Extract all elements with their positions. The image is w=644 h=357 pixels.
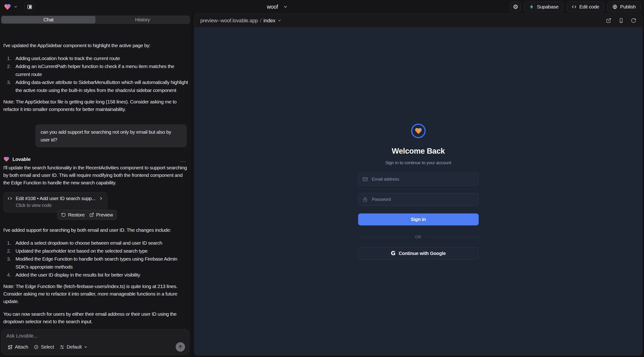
password-field[interactable] [358, 193, 479, 206]
edit-code-button[interactable]: Edit code [566, 2, 604, 12]
code-icon [572, 4, 577, 10]
lovable-heart-icon [3, 156, 10, 162]
attach-label: Attach [15, 344, 28, 350]
google-g-icon: G [391, 250, 395, 256]
composer-toolbar: Attach Select Default [6, 342, 185, 352]
divider-line [358, 237, 410, 237]
user-message-bubble: can you add support for searching not on… [36, 124, 187, 147]
edit-card-actions: Restore Preview [57, 210, 117, 220]
user-message-text: can you add support for searching not on… [40, 128, 182, 144]
publish-button[interactable]: Publish [608, 2, 641, 12]
smartphone-icon [618, 18, 624, 23]
code-icon [7, 196, 12, 201]
project-name: woof [267, 4, 278, 10]
mail-icon [362, 176, 368, 182]
sign-in-button[interactable]: Sign in [358, 214, 479, 226]
refresh-icon [631, 18, 636, 23]
supabase-bolt-icon [529, 4, 534, 10]
login-card: Welcome Back Sign in to continue to your… [358, 124, 479, 260]
preview-domain: preview--woof.lovable.app [200, 18, 258, 24]
refresh-button[interactable] [631, 18, 636, 23]
list-item: Adding data-active attribute to SidebarM… [3, 78, 188, 94]
edit-card-header: Edit #108 • Add user ID search supp... [7, 196, 104, 201]
assistant-note: Note: The Edge Function file (fetch-fire… [3, 283, 188, 305]
image-plus-icon [8, 344, 13, 350]
composer: Attach Select Default [2, 329, 189, 355]
list-item: Added the user ID display in the results… [3, 271, 188, 279]
or-divider: OR [358, 235, 479, 240]
assistant-message-text: I'll update the search functionality in … [3, 164, 188, 186]
assistant-message-text: I've added support for searching by both… [3, 226, 188, 234]
sliders-icon [60, 344, 64, 350]
list-item: Modified the Edge Function to handle bot… [3, 255, 188, 271]
list-item: Updated the placeholder text based on th… [3, 247, 188, 255]
password-field-wrapper [358, 193, 479, 206]
top-bar: woof ⚙ Supabase Edit code Publish [0, 0, 644, 14]
mode-selector[interactable]: Default [58, 343, 90, 351]
assistant-list: Added a select dropdown to choose betwee… [3, 239, 188, 279]
edit-card[interactable]: Edit #108 • Add user ID search supp... C… [3, 192, 108, 212]
list-item: Added a select dropdown to choose betwee… [3, 239, 188, 247]
edit-card-wrapper: Edit #108 • Add user ID search supp... C… [3, 192, 188, 220]
login-title: Welcome Back [392, 146, 445, 156]
chat-input[interactable] [6, 333, 184, 341]
project-switcher[interactable]: woof [267, 0, 288, 14]
restore-button[interactable]: Restore [60, 211, 86, 218]
app-logo [411, 124, 426, 138]
arrow-up-icon [178, 344, 183, 350]
supabase-label: Supabase [537, 4, 558, 10]
preview-panel: preview--woof.lovable.app / index [194, 14, 642, 356]
topbar-actions: ⚙ Supabase Edit code Publish [510, 2, 641, 12]
open-in-new-tab-button[interactable] [606, 18, 612, 23]
supabase-button[interactable]: Supabase [524, 2, 563, 12]
lock-icon [362, 196, 368, 202]
chevron-down-icon [84, 345, 88, 349]
settings-button[interactable]: ⚙ [510, 2, 521, 12]
email-field-wrapper [358, 173, 479, 186]
divider-line [426, 237, 479, 237]
preview-toolbar [606, 18, 636, 23]
globe-icon [612, 4, 618, 10]
select-label: Select [41, 344, 54, 350]
chevron-down-icon [278, 18, 282, 22]
select-button[interactable]: Select [32, 343, 56, 351]
login-subtitle: Sign in to continue to your account [385, 160, 451, 165]
google-sign-in-button[interactable]: G Continue with Google [358, 247, 479, 260]
tab-chat[interactable]: Chat [2, 16, 96, 24]
edit-code-label: Edit code [579, 4, 599, 10]
external-link-icon [89, 212, 94, 217]
logo-menu-chevron-down-icon[interactable] [14, 5, 18, 9]
or-label: OR [415, 235, 422, 240]
panel-left-icon [27, 4, 32, 10]
assistant-header: Lovable ... [3, 156, 188, 162]
preview-page: index [263, 18, 275, 24]
external-link-icon [606, 18, 612, 23]
preview-url-breadcrumb[interactable]: preview--woof.lovable.app / index [200, 18, 282, 24]
attach-button[interactable]: Attach [6, 343, 30, 351]
send-button[interactable] [176, 342, 185, 352]
assistant-note: Note: The AppSidebar.tsx file is getting… [3, 98, 188, 113]
preview-edit-button[interactable]: Preview [88, 211, 114, 218]
mobile-view-button[interactable] [618, 18, 624, 23]
chevron-down-icon [283, 4, 288, 9]
heart-icon [414, 127, 422, 135]
edit-card-subtitle: Click to view code [7, 203, 104, 208]
google-label: Continue with Google [399, 251, 446, 256]
lovable-logo-heart-icon[interactable] [4, 3, 11, 10]
restore-label: Restore [68, 212, 85, 218]
list-item: Adding an isCurrentPath helper function … [3, 62, 188, 78]
preview-app: Welcome Back Sign in to continue to your… [194, 28, 642, 355]
mode-label: Default [66, 344, 82, 350]
restore-icon [61, 212, 66, 217]
preview-label: Preview [96, 212, 113, 218]
tab-history[interactable]: History [96, 16, 190, 24]
gear-icon: ⚙ [513, 3, 518, 10]
sidebar-toggle-button[interactable] [24, 2, 35, 12]
chevron-right-icon [99, 196, 104, 201]
list-item: Adding useLocation hook to track the cur… [3, 54, 188, 62]
email-field[interactable] [358, 173, 479, 186]
message-more-button[interactable]: ... [180, 157, 186, 163]
ellipsis-icon: ... [180, 157, 186, 163]
path-separator: / [260, 18, 262, 24]
chat-history-tabs: Chat History [1, 16, 190, 24]
